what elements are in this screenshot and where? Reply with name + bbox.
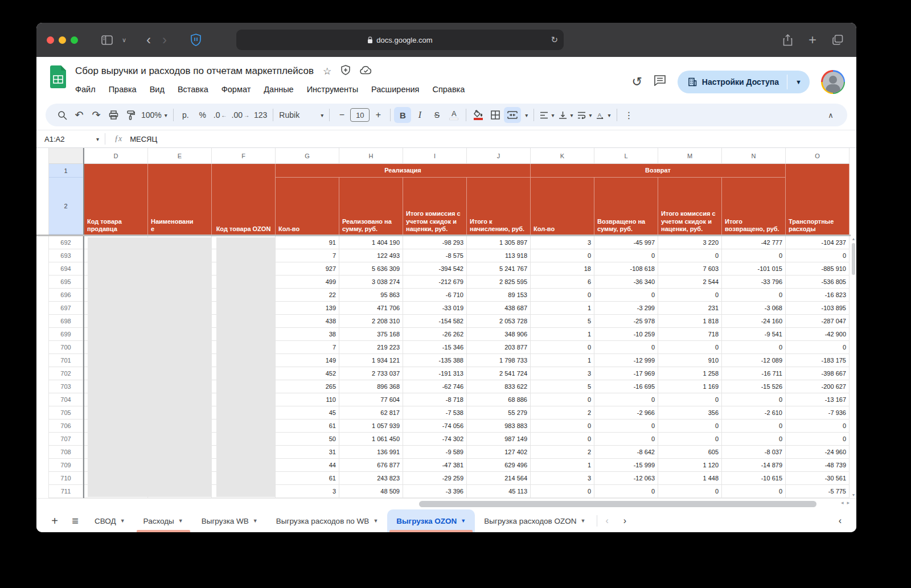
cell-L[interactable]: -12 999 <box>594 354 658 367</box>
header-cell-F[interactable]: Код товара OZON <box>212 164 276 235</box>
text-rotation-button[interactable]: A▾ <box>594 107 613 123</box>
collapse-panel-icon[interactable]: ‹ <box>839 509 842 532</box>
cell-L[interactable]: -8 642 <box>594 446 658 459</box>
cell-I[interactable]: -26 262 <box>403 328 467 341</box>
adblock-shield-icon[interactable] <box>187 31 204 48</box>
column-header-I[interactable]: I <box>403 148 467 164</box>
menu-file[interactable]: Файл <box>75 85 96 94</box>
cell-G[interactable]: 50 <box>276 433 339 446</box>
cell-I[interactable]: -29 259 <box>403 472 467 485</box>
cell-M[interactable]: 0 <box>658 289 722 302</box>
column-header-E[interactable]: E <box>148 148 212 164</box>
scroll-right-icon[interactable]: ▸ <box>847 500 853 505</box>
cell-M[interactable]: 1 258 <box>658 367 722 380</box>
row-header[interactable]: 707 <box>49 433 83 446</box>
scroll-up-icon[interactable]: ▲ <box>852 236 856 242</box>
header-cell-O[interactable]: Транспортные расходы <box>786 164 850 235</box>
cell-L[interactable]: 0 <box>594 433 658 446</box>
sheet-tab[interactable]: Выгрузка расходов OZON ▼ <box>475 509 594 532</box>
row-header[interactable]: 708 <box>49 446 83 459</box>
group-header-realization[interactable]: Реализация <box>276 164 531 178</box>
cell-N[interactable]: 0 <box>722 393 786 406</box>
paint-format-button[interactable] <box>122 107 139 123</box>
row-header[interactable]: 706 <box>49 420 83 433</box>
cell-N[interactable]: -10 615 <box>722 472 786 485</box>
zoom-window-button[interactable] <box>71 36 78 44</box>
cell-O[interactable]: -885 910 <box>786 262 850 276</box>
increase-font-size-button[interactable]: + <box>370 107 387 123</box>
column-header-M[interactable]: M <box>658 148 722 164</box>
select-all-corner[interactable] <box>49 148 83 164</box>
cell-M[interactable]: 0 <box>658 485 722 498</box>
cell-G[interactable]: 110 <box>276 393 339 406</box>
redo-button[interactable]: ↷ <box>88 107 105 123</box>
cell-J[interactable]: 833 622 <box>467 380 531 393</box>
strikethrough-button[interactable]: S <box>428 107 445 123</box>
cell-N[interactable]: 0 <box>722 433 786 446</box>
menu-tools[interactable]: Инструменты <box>307 85 358 94</box>
cell-L[interactable]: 0 <box>594 420 658 433</box>
cell-I[interactable]: -98 293 <box>403 236 467 249</box>
sidebar-icon[interactable] <box>99 31 116 48</box>
cell-O[interactable]: -48 739 <box>786 459 850 472</box>
cell-H[interactable]: 243 823 <box>339 472 403 485</box>
cell-M[interactable]: 0 <box>658 433 722 446</box>
column-header-K[interactable]: K <box>531 148 594 164</box>
cell-H[interactable]: 62 817 <box>339 406 403 420</box>
cell-O[interactable]: -200 627 <box>786 380 850 393</box>
more-toolbar-button[interactable]: ⋮ <box>621 107 638 123</box>
cell-N[interactable]: -14 879 <box>722 459 786 472</box>
cell-K[interactable]: 1 <box>531 328 594 341</box>
cell-N[interactable]: -16 711 <box>722 367 786 380</box>
cell-I[interactable]: -9 589 <box>403 446 467 459</box>
cell-H[interactable]: 122 493 <box>339 249 403 262</box>
star-icon[interactable]: ☆ <box>323 65 331 77</box>
row-header[interactable]: 701 <box>49 354 83 367</box>
cell-G[interactable]: 38 <box>276 328 339 341</box>
cell-M[interactable]: 1 448 <box>658 472 722 485</box>
cell-K[interactable]: 1 <box>531 459 594 472</box>
menu-data[interactable]: Данные <box>264 85 293 94</box>
cell-K[interactable]: 0 <box>531 341 594 354</box>
cell-H[interactable]: 48 509 <box>339 485 403 498</box>
header-cell-M[interactable]: Итого комиссия с учетом скидок и наценки… <box>658 178 722 235</box>
cell-L[interactable]: -2 966 <box>594 406 658 420</box>
menu-extensions[interactable]: Расширения <box>371 85 419 94</box>
cell-O[interactable]: -16 823 <box>786 289 850 302</box>
cell-N[interactable]: -9 541 <box>722 328 786 341</box>
cell-O[interactable]: -30 561 <box>786 472 850 485</box>
cell-K[interactable]: 0 <box>531 393 594 406</box>
cell-H[interactable]: 1 057 939 <box>339 420 403 433</box>
cell-J[interactable]: 629 496 <box>467 459 531 472</box>
cell-J[interactable]: 68 886 <box>467 393 531 406</box>
cell-I[interactable]: -154 582 <box>403 315 467 328</box>
cell-I[interactable]: -74 056 <box>403 420 467 433</box>
header-cell-G[interactable]: Кол-во <box>276 178 339 235</box>
sidebar-chevron-icon[interactable]: ∨ <box>116 31 133 48</box>
address-bar[interactable]: docs.google.com ↻ <box>236 30 564 50</box>
cell-K[interactable]: 18 <box>531 262 594 276</box>
cell-M[interactable]: 718 <box>658 328 722 341</box>
cell-H[interactable]: 676 877 <box>339 459 403 472</box>
menu-insert[interactable]: Вставка <box>178 85 208 94</box>
cell-H[interactable]: 2 733 037 <box>339 367 403 380</box>
cell-K[interactable]: 5 <box>531 380 594 393</box>
cell-I[interactable]: -135 388 <box>403 354 467 367</box>
cell-H[interactable]: 375 168 <box>339 328 403 341</box>
cell-M[interactable]: 1 120 <box>658 459 722 472</box>
cell-I[interactable]: -47 381 <box>403 459 467 472</box>
next-sheet-icon[interactable]: › <box>623 516 626 526</box>
cell-H[interactable]: 3 038 274 <box>339 276 403 289</box>
cell-N[interactable]: 0 <box>722 485 786 498</box>
all-sheets-button[interactable]: ≡ <box>65 515 85 528</box>
cell-M[interactable]: 1 818 <box>658 315 722 328</box>
row-header[interactable]: 694 <box>49 262 83 276</box>
cell-N[interactable]: -42 777 <box>722 236 786 249</box>
menu-format[interactable]: Формат <box>221 85 251 94</box>
document-title[interactable]: Сбор выручки и расходов по отчетам марке… <box>75 65 314 77</box>
cell-I[interactable]: -15 346 <box>403 341 467 354</box>
cell-I[interactable]: -33 019 <box>403 302 467 315</box>
cell-H[interactable]: 5 636 309 <box>339 262 403 276</box>
cell-J[interactable]: 348 906 <box>467 328 531 341</box>
cell-M[interactable]: 0 <box>658 249 722 262</box>
